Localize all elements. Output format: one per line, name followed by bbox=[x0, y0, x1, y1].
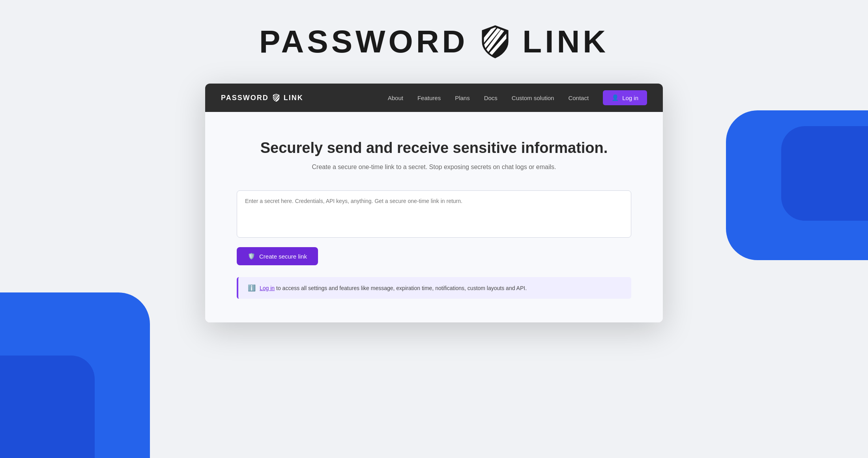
browser-mockup: PASSWORD LINK About Fea bbox=[205, 84, 663, 322]
secret-input[interactable] bbox=[237, 190, 631, 238]
shield-btn-icon: 🛡️ bbox=[248, 253, 255, 260]
create-secure-link-button[interactable]: 🛡️ Create secure link bbox=[237, 247, 318, 265]
nav-link-contact[interactable]: Contact bbox=[568, 95, 589, 101]
nav-logo-text-right: LINK bbox=[284, 94, 303, 102]
main-logo-shield-icon bbox=[477, 24, 513, 60]
nav-link-features[interactable]: Features bbox=[417, 95, 441, 101]
bg-shape-left-inner bbox=[0, 356, 95, 458]
nav-logo-text-left: PASSWORD bbox=[221, 94, 269, 102]
hero-title: Securely send and receive sensitive info… bbox=[237, 140, 631, 156]
info-icon: ℹ️ bbox=[248, 284, 256, 292]
main-logo: PASSWORD LINK bbox=[259, 24, 609, 60]
login-notice-link[interactable]: Log in bbox=[260, 285, 275, 291]
nav-links: About Features Plans Docs Custom solutio… bbox=[388, 90, 647, 105]
main-logo-text-left: PASSWORD bbox=[259, 24, 468, 60]
login-notice-text: Log in to access all settings and featur… bbox=[260, 285, 527, 291]
main-content: Securely send and receive sensitive info… bbox=[205, 112, 663, 322]
nav-logo: PASSWORD LINK bbox=[221, 93, 303, 102]
nav-link-docs[interactable]: Docs bbox=[484, 95, 498, 101]
page-wrapper: PASSWORD LINK PASSWORD bbox=[0, 0, 868, 322]
login-notice-suffix: to access all settings and features like… bbox=[275, 285, 527, 291]
user-icon: 👤 bbox=[612, 94, 619, 101]
nav-link-about[interactable]: About bbox=[388, 95, 403, 101]
login-button[interactable]: 👤 Log in bbox=[603, 90, 647, 105]
login-notice: ℹ️ Log in to access all settings and fea… bbox=[237, 277, 631, 299]
navbar: PASSWORD LINK About Fea bbox=[205, 84, 663, 112]
create-btn-label: Create secure link bbox=[259, 253, 307, 260]
main-logo-text-right: LINK bbox=[522, 24, 609, 60]
login-button-label: Log in bbox=[622, 95, 638, 101]
hero-subtitle: Create a secure one-time link to a secre… bbox=[237, 164, 631, 171]
nav-logo-shield-icon bbox=[272, 93, 281, 102]
nav-link-custom-solution[interactable]: Custom solution bbox=[512, 95, 554, 101]
nav-link-plans[interactable]: Plans bbox=[455, 95, 470, 101]
